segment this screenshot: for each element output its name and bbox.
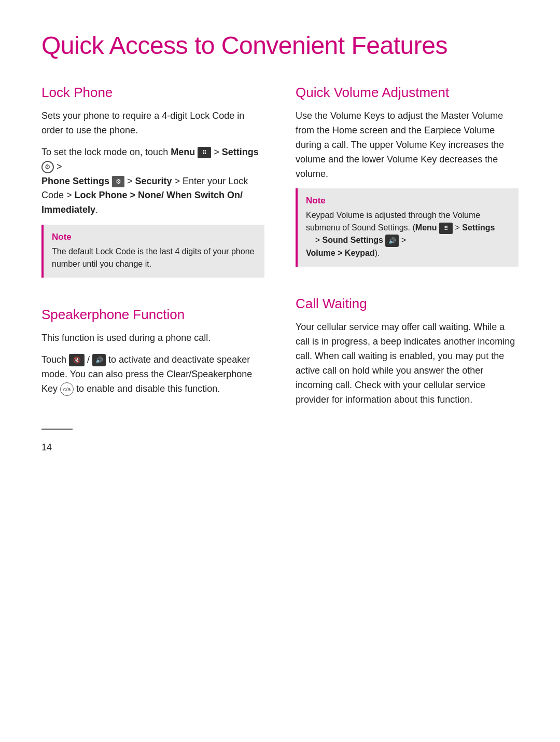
page-title: Quick Access to Convenient Features bbox=[41, 31, 519, 60]
page-number: 14 bbox=[41, 442, 264, 453]
section-divider bbox=[41, 429, 73, 430]
speakerphone-para1: This function is used during a phone cal… bbox=[41, 331, 264, 346]
lock-phone-para1: Sets your phone to require a 4-digit Loc… bbox=[41, 109, 264, 138]
lock-phone-para2: To set the lock mode on, touch Menu ⠿ > … bbox=[41, 145, 264, 217]
right-column: Quick Volume Adjustment Use the Volume K… bbox=[296, 85, 519, 453]
lock-phone-note-label: Note bbox=[52, 232, 256, 242]
speakerphone-section: Speakerphone Function This function is u… bbox=[41, 307, 264, 404]
menu-label: Menu bbox=[171, 147, 198, 157]
note-volume-keypad-label: Volume > Keypad bbox=[306, 249, 375, 257]
quick-volume-note-label: Note bbox=[306, 196, 510, 206]
note-menu-label: Menu bbox=[415, 223, 439, 232]
quick-volume-note: Note Keypad Volume is adjusted through t… bbox=[296, 188, 519, 267]
phone-settings-label: Phone Settings bbox=[41, 176, 112, 186]
mute-icon: 🔇 bbox=[69, 354, 85, 366]
note-settings-label: Settings bbox=[462, 223, 495, 232]
note-menu-icon: ⠿ bbox=[439, 223, 453, 234]
speakerphone-heading: Speakerphone Function bbox=[41, 307, 264, 323]
lock-phone-section: Lock Phone Sets your phone to require a … bbox=[41, 85, 264, 290]
lock-phone-option-label: Lock Phone > None/ When Switch On/ Immed… bbox=[41, 190, 243, 215]
call-waiting-section: Call Waiting Your cellular service may o… bbox=[296, 296, 519, 414]
lock-phone-heading: Lock Phone bbox=[41, 85, 264, 101]
left-column: Lock Phone Sets your phone to require a … bbox=[41, 85, 264, 453]
note-sound-settings-label: Sound Settings bbox=[323, 236, 386, 244]
menu-icon: ⠿ bbox=[198, 147, 211, 158]
quick-volume-heading: Quick Volume Adjustment bbox=[296, 85, 519, 101]
quick-volume-note-text: Keypad Volume is adjusted through the Vo… bbox=[306, 209, 510, 259]
phone-settings-icon: ⚙ bbox=[112, 176, 124, 187]
settings-label: Settings bbox=[222, 147, 259, 157]
speaker-icon: 🔊 bbox=[92, 354, 106, 366]
note-sound-settings-icon: 🔊 bbox=[385, 235, 399, 247]
clr-key-icon: c/a bbox=[60, 382, 74, 396]
settings-icon: ⚙ bbox=[41, 161, 54, 173]
lock-phone-note-text: The default Lock Code is the last 4 digi… bbox=[52, 245, 256, 270]
security-label: Security bbox=[135, 176, 172, 186]
quick-volume-section: Quick Volume Adjustment Use the Volume K… bbox=[296, 85, 519, 279]
speakerphone-para2: Touch 🔇 / 🔊 to activate and deactivate s… bbox=[41, 353, 264, 396]
call-waiting-para1: Your cellular service may offer call wai… bbox=[296, 320, 519, 407]
quick-volume-para1: Use the Volume Keys to adjust the Master… bbox=[296, 109, 519, 181]
lock-phone-note: Note The default Lock Code is the last 4… bbox=[41, 225, 264, 278]
call-waiting-heading: Call Waiting bbox=[296, 296, 519, 312]
